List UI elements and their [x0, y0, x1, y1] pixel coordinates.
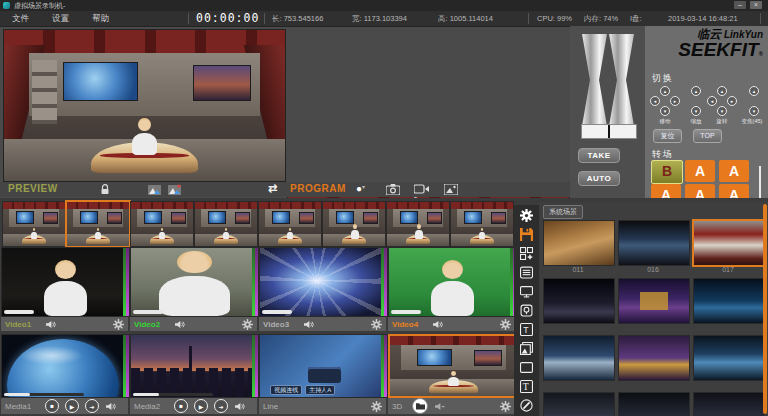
- source-name[interactable]: Video3: [263, 320, 297, 329]
- camera-angle-5[interactable]: [258, 201, 322, 247]
- speaker-icon[interactable]: [45, 320, 56, 329]
- down-arrow-icon[interactable]: ▾: [691, 106, 701, 116]
- player-3d-scene-program[interactable]: 3D: [388, 334, 515, 414]
- swap-transition-icon[interactable]: ⇄: [268, 182, 277, 195]
- next-button[interactable]: ➔: [214, 399, 228, 413]
- source-name-selected[interactable]: Video2: [134, 320, 168, 329]
- gallery-tab-system-scenes[interactable]: 系统场景: [543, 205, 583, 219]
- scene-thumb[interactable]: [618, 278, 690, 324]
- settings-gear-icon[interactable]: [519, 208, 534, 223]
- scene-snapshot-add-icon[interactable]: [168, 184, 181, 195]
- scene-thumb-017-selected[interactable]: [692, 219, 766, 267]
- player-media1[interactable]: Media1 ■ ▶ ➔: [1, 334, 128, 414]
- play-button[interactable]: ▶: [194, 399, 208, 413]
- player-media2[interactable]: Media2 ■ ▶ ➔: [130, 334, 257, 414]
- camera-angle-8[interactable]: [450, 201, 514, 247]
- gear-icon[interactable]: [113, 319, 124, 330]
- scene-thumb[interactable]: [618, 392, 690, 416]
- up-arrow-icon[interactable]: ▴: [691, 86, 701, 96]
- down-arrow-icon[interactable]: ▾: [717, 106, 727, 116]
- transition-style-b[interactable]: B: [651, 160, 683, 184]
- display-icon[interactable]: [519, 284, 534, 299]
- record-icon[interactable]: ●▾: [356, 183, 365, 194]
- speaker-icon[interactable]: [432, 320, 443, 329]
- video-call-chip[interactable]: 视频连线: [270, 385, 302, 395]
- camera-angle-1[interactable]: [2, 201, 66, 247]
- top-button[interactable]: TOP: [693, 129, 722, 143]
- player-line[interactable]: 视频连线 主持人A Line: [259, 334, 386, 414]
- stop-button[interactable]: ■: [174, 399, 188, 413]
- scene-grid-add-icon[interactable]: [519, 246, 534, 261]
- close-button[interactable]: ×: [750, 1, 762, 9]
- source-video2[interactable]: Video2: [130, 247, 257, 331]
- speaker-icon[interactable]: [303, 320, 314, 329]
- open-folder-button[interactable]: [412, 398, 428, 414]
- scene-thumb[interactable]: [543, 335, 615, 381]
- player-name[interactable]: Media1: [5, 402, 39, 411]
- speaker-icon[interactable]: [174, 320, 185, 329]
- right-arrow-icon[interactable]: ▸: [670, 96, 680, 106]
- playlist-icon[interactable]: [519, 265, 534, 280]
- preview-monitor[interactable]: [3, 29, 286, 182]
- menu-help[interactable]: 帮助: [88, 11, 113, 26]
- camera-angle-3[interactable]: [130, 201, 194, 247]
- player-name[interactable]: 3D: [392, 402, 406, 411]
- up-arrow-icon[interactable]: ▴: [749, 86, 759, 96]
- camera-angle-2-selected[interactable]: [65, 200, 131, 248]
- scene-thumb[interactable]: [543, 278, 615, 324]
- down-arrow-icon[interactable]: ▾: [749, 106, 759, 116]
- source-name[interactable]: Video1: [5, 320, 39, 329]
- gear-icon[interactable]: [500, 319, 511, 330]
- up-arrow-icon[interactable]: ▴: [717, 86, 727, 96]
- stop-button[interactable]: ■: [45, 399, 59, 413]
- source-video1[interactable]: Video1: [1, 247, 128, 331]
- transition-style-a2[interactable]: A: [685, 160, 715, 182]
- auto-button[interactable]: AUTO: [578, 171, 620, 186]
- scene-thumb[interactable]: [693, 335, 765, 381]
- next-button[interactable]: ➔: [85, 399, 99, 413]
- source-name-program[interactable]: Video4: [392, 320, 426, 329]
- subtitle-text-icon[interactable]: T: [519, 322, 534, 337]
- lock-icon[interactable]: [100, 184, 110, 195]
- source-video3[interactable]: Video3: [259, 247, 386, 331]
- mini-progress[interactable]: [391, 310, 421, 314]
- left-arrow-icon[interactable]: ◂: [707, 96, 717, 106]
- right-arrow-icon[interactable]: ▸: [727, 96, 737, 106]
- menu-file[interactable]: 文件: [8, 11, 33, 26]
- speaker-muted-icon[interactable]: [434, 402, 445, 411]
- camera-angle-6[interactable]: [322, 201, 386, 247]
- scene-thumb-016[interactable]: [618, 220, 690, 266]
- gear-icon[interactable]: [500, 401, 511, 412]
- scene-thumb[interactable]: [693, 278, 765, 324]
- move-pad[interactable]: ▴ ◂ ▸ ▾: [650, 86, 680, 116]
- scene-thumb-011[interactable]: [543, 220, 615, 266]
- camera-angle-7[interactable]: [386, 201, 450, 247]
- zoom-pad[interactable]: ▴ ▾: [739, 86, 768, 116]
- effect-bulb-icon[interactable]: [519, 303, 534, 318]
- source-video4[interactable]: Video4: [388, 247, 515, 331]
- take-button[interactable]: TAKE: [578, 148, 620, 163]
- media-progress[interactable]: [4, 393, 84, 396]
- player-name[interactable]: Line: [263, 402, 297, 411]
- play-button[interactable]: ▶: [65, 399, 79, 413]
- down-arrow-icon[interactable]: ▾: [660, 106, 670, 116]
- transition-style-a3[interactable]: A: [719, 160, 749, 182]
- scene-thumb[interactable]: [693, 392, 765, 416]
- camera-snapshot-icon[interactable]: [386, 184, 400, 195]
- mini-progress[interactable]: [133, 310, 163, 314]
- camera-angle-4[interactable]: [194, 201, 258, 247]
- transition-tbar[interactable]: [581, 34, 635, 138]
- gear-icon[interactable]: [242, 319, 253, 330]
- frame-icon[interactable]: [519, 360, 534, 375]
- scene-snapshot-icon[interactable]: [148, 184, 161, 195]
- save-floppy-icon[interactable]: [519, 227, 534, 242]
- reset-button[interactable]: 复位: [653, 129, 682, 143]
- scene-thumb[interactable]: [618, 335, 690, 381]
- gallery-scrollbar[interactable]: [763, 204, 767, 414]
- mini-progress[interactable]: [262, 310, 292, 314]
- draw-pen-icon[interactable]: [519, 398, 534, 413]
- rotate-pad[interactable]: ▴ ◂ ▸ ▾: [707, 86, 737, 116]
- host-chip[interactable]: 主持人A: [305, 385, 335, 395]
- gear-icon[interactable]: [371, 401, 382, 412]
- mini-progress[interactable]: [4, 310, 34, 314]
